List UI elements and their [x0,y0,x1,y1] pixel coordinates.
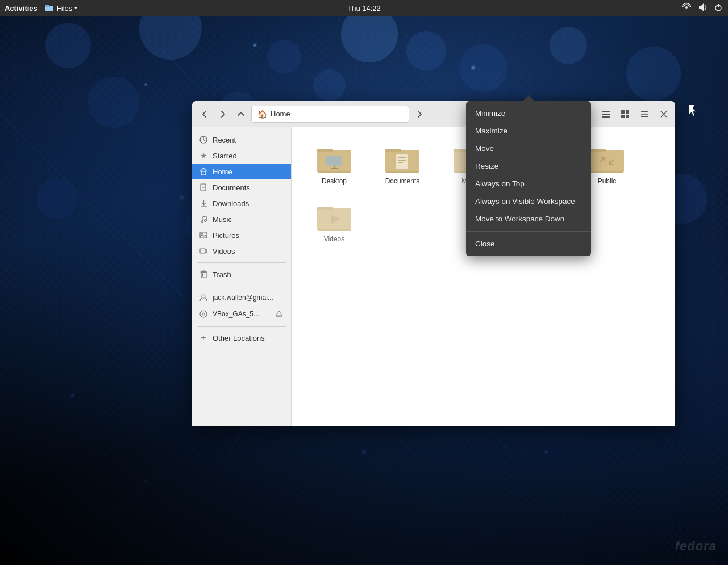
pictures-icon [199,231,208,240]
svg-rect-37 [621,110,625,114]
svg-rect-38 [626,110,629,114]
svg-point-5 [88,77,139,128]
public-folder-icon [589,143,625,174]
svg-point-4 [406,31,446,71]
sidebar-home-label: Home [213,168,232,176]
svg-rect-35 [602,114,610,115]
topbar: Activities Files ▾ Thu 14:22 [0,0,728,16]
menu-item-always-visible[interactable]: Always on Visible Workspace [466,192,591,210]
files-label: Files [57,4,72,12]
svg-rect-73 [317,149,333,152]
svg-rect-61 [201,272,206,278]
nav-next-button[interactable] [411,106,427,122]
file-item-documents[interactable]: Documents [371,139,434,191]
sidebar-item-documents[interactable]: Documents [192,179,291,195]
sidebar-videos-label: Videos [213,247,235,256]
sidebar-item-videos[interactable]: Videos [192,243,291,259]
sidebar-item-other-locations[interactable]: + Other Locations [192,330,291,346]
file-manager-window: 🏠 Home [192,101,675,426]
power-icon[interactable] [713,2,723,14]
documents-folder-icon [384,143,421,174]
nav-forward-button[interactable] [215,106,231,122]
svg-rect-79 [385,149,401,152]
sidebar-divider-3 [197,326,286,327]
menu-item-resize[interactable]: Resize [466,157,591,175]
home-icon: 🏠 [257,110,267,119]
activities-button[interactable]: Activities [5,4,38,12]
file-item-videos[interactable]: Videos [303,196,365,249]
videos-label: Videos [324,235,344,244]
svg-line-48 [203,140,205,141]
desktop-folder-icon [316,143,352,174]
svg-marker-29 [699,3,704,11]
downloads-icon [199,199,208,208]
nav-back-button[interactable] [197,106,213,122]
sidebar-item-pictures[interactable]: Pictures [192,227,291,243]
sidebar-other-locations-label: Other Locations [213,334,265,342]
svg-point-28 [685,6,688,9]
svg-point-8 [459,44,507,92]
svg-point-2 [267,40,301,74]
public-label: Public [598,177,617,186]
menu-item-move-workspace[interactable]: Move to Workspace Down [466,210,591,228]
sidebar-item-recent[interactable]: Recent [192,132,291,148]
sidebar-starred-label: Starred [213,152,237,160]
svg-rect-80 [396,154,408,169]
volume-icon[interactable] [697,2,708,14]
sidebar-divider-1 [197,262,286,263]
svg-rect-40 [626,115,629,118]
list-view-button[interactable] [597,105,615,123]
recent-icon [199,135,208,144]
svg-point-7 [314,69,346,101]
sidebar-item-starred[interactable]: ★ Starred [192,148,291,164]
main-content: Recent ★ Starred Home Documents [192,127,675,426]
file-item-desktop[interactable]: Desktop [303,139,365,191]
sidebar-item-vbox[interactable]: VBox_GAs_5... [192,305,291,323]
sidebar-item-music[interactable]: Music [192,211,291,227]
menu-separator [466,231,591,232]
grid-view-button[interactable] [616,105,634,123]
files-menu-button[interactable]: Files ▾ [44,3,77,13]
menu-item-always-on-top[interactable]: Always on Top [466,175,591,192]
sidebar-item-home[interactable]: Home [192,164,291,179]
svg-rect-42 [641,114,648,115]
close-button[interactable] [657,107,671,121]
menu-item-maximize[interactable]: Maximize [466,122,591,140]
svg-point-67 [200,311,207,317]
sidebar-trash-label: Trash [213,270,231,279]
menu-item-close[interactable]: Close [466,235,591,253]
music-icon [199,215,208,224]
network-icon[interactable] [681,2,692,14]
account-icon [199,293,208,302]
other-locations-icon: + [199,333,208,342]
topbar-right [681,2,723,14]
location-bar[interactable]: 🏠 Home [251,106,409,123]
vbox-icon [199,309,208,319]
sidebar-item-downloads[interactable]: Downloads [192,195,291,211]
sidebar-divider-2 [197,286,286,286]
nav-up-button[interactable] [233,106,249,122]
file-manager-header: 🏠 Home [192,101,675,127]
documents-icon [199,183,208,192]
documents-label: Documents [385,177,420,186]
sidebar-music-label: Music [213,215,232,224]
sidebar-account-label: jack.wallen@gmai... [213,294,273,302]
svg-rect-97 [590,150,624,171]
sidebar-item-trash[interactable]: Trash [192,266,291,282]
sidebar-recent-label: Recent [213,136,236,144]
svg-rect-34 [602,111,610,112]
svg-point-68 [202,313,205,315]
svg-rect-27 [45,5,49,7]
menu-button[interactable] [635,105,654,123]
sidebar-documents-label: Documents [213,183,250,192]
menu-item-move[interactable]: Move [466,140,591,157]
trash-icon [199,270,208,279]
eject-button[interactable] [274,309,284,319]
sidebar-item-account[interactable]: jack.wallen@gmai... [192,290,291,305]
svg-rect-26 [45,7,53,11]
videos-icon [199,246,208,256]
menu-item-minimize[interactable]: Minimize [466,104,591,122]
svg-rect-101 [317,207,333,210]
sidebar-pictures-label: Pictures [213,231,239,240]
svg-point-9 [550,27,587,64]
